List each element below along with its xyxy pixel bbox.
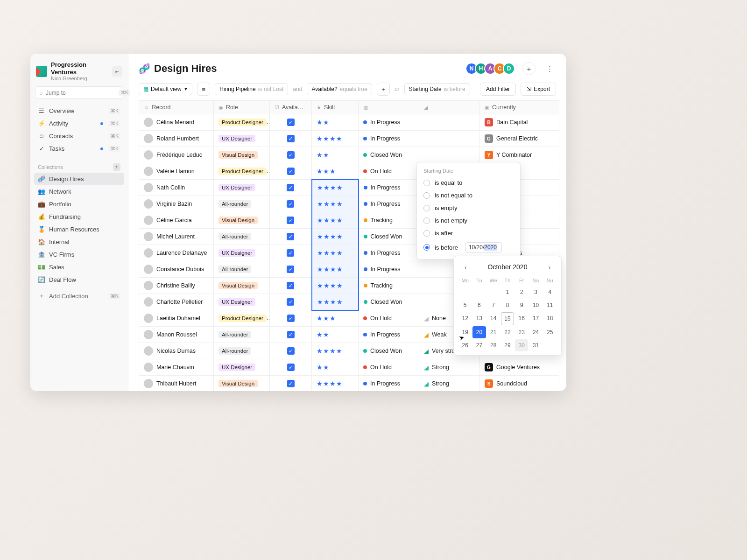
calendar-day[interactable]: 11 <box>543 299 557 311</box>
column-connection[interactable]: ◢ <box>419 101 480 114</box>
table-row[interactable]: Roland Humbert UX Designer ✓ ★★★★ In Pro… <box>139 131 559 147</box>
calendar-day[interactable]: 17 <box>529 312 542 325</box>
sidebar-collection-item[interactable]: 🔄Deal Flow <box>34 273 124 286</box>
filter-option[interactable]: is before10/20/2020 <box>417 239 520 255</box>
filter-option[interactable]: is empty <box>417 202 520 214</box>
available-checkbox[interactable]: ✓ <box>287 233 294 240</box>
nav-overview[interactable]: ☰ Overview ⌘K <box>34 105 124 117</box>
calendar-day[interactable]: 8 <box>501 299 514 311</box>
sidebar-collection-item[interactable]: 💰Fundraising <box>34 210 124 223</box>
add-collaborator-button[interactable]: + <box>522 62 536 75</box>
calendar-day[interactable]: 19 <box>458 326 472 338</box>
filter-icon-button[interactable]: ≡ <box>197 83 210 96</box>
available-checkbox[interactable]: ✓ <box>287 380 295 387</box>
add-filter-button[interactable]: Add Filter <box>480 83 516 96</box>
jump-to-input[interactable] <box>46 90 116 96</box>
available-checkbox[interactable]: ✓ <box>287 200 294 208</box>
calendar-prev-button[interactable]: ‹ <box>460 262 471 272</box>
column-available[interactable]: ☑Available? <box>270 101 312 114</box>
filter-option[interactable]: is equal to <box>417 176 520 189</box>
available-checkbox[interactable]: ✓ <box>287 119 295 126</box>
sidebar-collection-item[interactable]: 🏦VC Firms <box>34 248 124 261</box>
available-checkbox[interactable]: ✓ <box>287 135 295 142</box>
column-currently[interactable]: ▣Currently <box>480 101 559 114</box>
add-collection-plus-button[interactable]: + <box>113 163 120 171</box>
table-row[interactable]: Marie Chauvin UX Designer ✓ ★★ On Hold ◢… <box>139 359 559 376</box>
calendar-day[interactable]: 7 <box>487 299 500 311</box>
available-checkbox[interactable]: ✓ <box>287 282 294 289</box>
sidebar-collection-item[interactable]: 👥Network <box>34 185 124 198</box>
calendar-day[interactable]: 3 <box>529 286 542 298</box>
filter-option[interactable]: is after <box>417 227 520 239</box>
view-selector[interactable]: ▦ Default view ▼ <box>139 83 192 95</box>
calendar-day[interactable]: 6 <box>472 299 486 311</box>
calendar-day[interactable]: 21 <box>487 326 500 338</box>
sidebar-collection-item[interactable]: 💵Sales <box>34 261 124 273</box>
available-checkbox[interactable]: ✓ <box>287 347 295 355</box>
sidebar-collapse-button[interactable]: ⇤ <box>112 66 122 77</box>
available-checkbox[interactable]: ✓ <box>287 331 295 338</box>
available-checkbox[interactable]: ✓ <box>287 217 294 224</box>
available-checkbox[interactable]: ✓ <box>287 315 295 322</box>
export-button[interactable]: ⇲ Export <box>521 83 556 96</box>
filter-date-input[interactable]: 10/20/2020 <box>465 242 502 252</box>
calendar-day[interactable]: 10 <box>529 299 542 311</box>
calendar-day[interactable]: 29 <box>501 339 514 351</box>
nav-contacts[interactable]: ☺ Contacts ⌘K <box>34 130 124 142</box>
filter-chip-hiring-pipeline[interactable]: Hiring Pipeline is not Lost <box>215 83 288 95</box>
sidebar-collection-item[interactable]: 🏅Human Resources <box>34 223 124 236</box>
column-skill[interactable]: ★Skill <box>312 101 359 114</box>
calendar-day[interactable]: 4 <box>543 286 557 298</box>
filter-chip-starting-date[interactable]: Starting Date is before <box>404 83 470 95</box>
column-record[interactable]: ☺Record <box>139 101 214 114</box>
available-checkbox[interactable]: ✓ <box>287 168 295 175</box>
available-checkbox[interactable]: ✓ <box>287 151 295 159</box>
available-checkbox[interactable]: ✓ <box>287 249 294 257</box>
calendar-day[interactable]: 5 <box>458 299 472 311</box>
calendar-day[interactable]: 20 <box>472 326 486 338</box>
column-role[interactable]: ◉Role <box>214 101 270 114</box>
calendar-day[interactable]: 14 <box>487 312 500 325</box>
column-status[interactable]: ▥ <box>359 101 419 114</box>
filter-option[interactable]: is not empty <box>417 214 520 227</box>
calendar-day[interactable]: 9 <box>515 299 528 311</box>
calendar-day[interactable]: 12 <box>458 312 472 325</box>
calendar-day[interactable]: 1 <box>501 286 514 298</box>
calendar-day[interactable]: 22 <box>501 326 514 338</box>
available-checkbox[interactable]: ✓ <box>287 184 294 191</box>
available-checkbox[interactable]: ✓ <box>287 364 295 371</box>
nav-activity[interactable]: ⚡ Activity ⌘K <box>34 117 124 130</box>
collaborator-avatar[interactable]: D <box>503 63 515 75</box>
add-filter-inline-button[interactable]: + <box>377 83 390 96</box>
calendar-day[interactable]: 30 <box>515 339 528 351</box>
calendar-day[interactable]: 15 <box>501 312 514 325</box>
filter-option[interactable]: is not equal to <box>417 189 520 202</box>
more-menu-button[interactable]: ⋮ <box>543 62 556 75</box>
add-collection-button[interactable]: ＋ Add Collection ⌘N <box>34 289 124 303</box>
available-checkbox[interactable]: ✓ <box>287 298 294 306</box>
calendar-day[interactable]: 26 <box>458 339 472 351</box>
calendar-day[interactable]: 27 <box>472 339 486 351</box>
nav-tasks[interactable]: ✓ Tasks ⌘K <box>34 142 124 155</box>
calendar-day[interactable]: 25 <box>543 326 557 338</box>
workspace-header[interactable]: Progression Ventures Nico Greenberg ⇤ <box>34 58 124 86</box>
calendar-next-button[interactable]: › <box>544 262 555 272</box>
filter-chip-available[interactable]: Available? equals true <box>307 83 372 95</box>
calendar-day[interactable]: 31 <box>529 339 542 351</box>
calendar-day[interactable]: 28 <box>487 339 500 351</box>
sidebar-collection-item[interactable]: 💼Portfolio <box>34 198 124 210</box>
table-row[interactable]: Célina Menard Product Designer ✓ ★★ In P… <box>139 114 559 131</box>
sidebar-collection-item[interactable]: 🏠Internal <box>34 236 124 248</box>
calendar-day[interactable]: 24 <box>529 326 542 338</box>
calendar-day[interactable]: 23 <box>515 326 528 338</box>
calendar-day[interactable]: 16 <box>515 312 528 325</box>
calendar-day[interactable]: 13 <box>472 312 486 325</box>
calendar-day[interactable]: 2 <box>515 286 528 298</box>
sidebar-collection-item[interactable]: 🧬Design Hires <box>34 173 124 185</box>
available-checkbox[interactable]: ✓ <box>287 266 294 273</box>
table-row[interactable]: Frédérique Leduc Visual Design ✓ ★★ Clos… <box>139 147 559 163</box>
calendar-day[interactable]: 18 <box>543 312 557 325</box>
jump-to-search[interactable]: ⌕ ⌘K <box>35 86 123 99</box>
collaborator-avatars[interactable]: NHACD <box>468 63 515 75</box>
table-row[interactable]: Thibault Hubert Visual Design ✓ ★★★★ In … <box>139 376 559 392</box>
